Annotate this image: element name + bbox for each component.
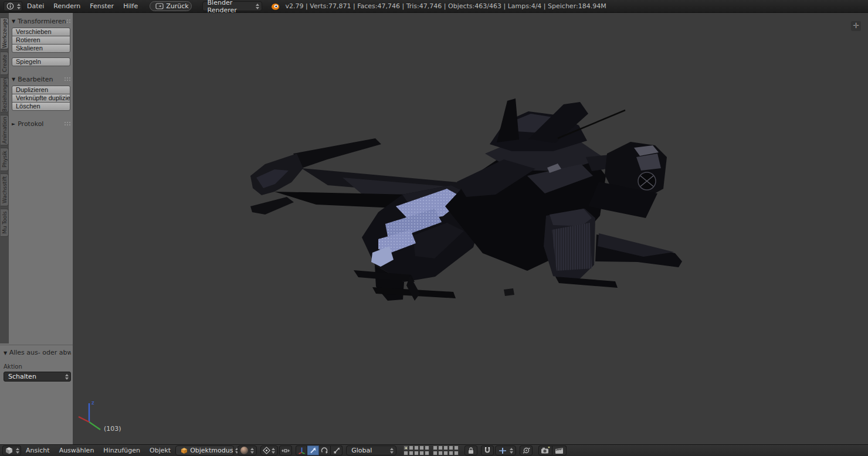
viewport-3d[interactable]: ✛ z (103) (73, 13, 868, 444)
clapperboard-icon (555, 447, 564, 454)
menu-objekt[interactable]: Objekt (145, 445, 175, 456)
menu-rendern[interactable]: Rendern (49, 0, 85, 13)
tool-shelf-tab-gutter: Werkzeuge Create Beziehungen Animation P… (0, 13, 9, 343)
scale-button[interactable]: Skalieren (12, 44, 70, 53)
layer-cell[interactable] (409, 451, 413, 455)
menu-auswaehlen[interactable]: Auswählen (55, 445, 99, 456)
delete-button[interactable]: Löschen (12, 102, 70, 111)
aktion-dropdown[interactable]: Schalten (4, 372, 71, 382)
object-mode-cube-icon (181, 446, 188, 455)
layer-cell[interactable] (414, 445, 419, 450)
layers-group-1[interactable] (404, 445, 429, 455)
layer-cell[interactable] (425, 451, 429, 455)
back-icon (155, 2, 164, 11)
scene-lock-toggle[interactable] (464, 445, 477, 455)
layer-cell[interactable] (433, 445, 438, 450)
pivot-align-toggle[interactable] (279, 445, 292, 455)
editor-type-button[interactable] (2, 445, 21, 455)
top-header: Datei Rendern Fenster Hilfe Zurück Blend… (0, 0, 868, 13)
layer-cell[interactable] (419, 451, 424, 455)
shading-dropdown-stepper[interactable] (250, 448, 254, 454)
panel-header-bearbeiten[interactable]: ▼ Bearbeiten (12, 74, 70, 84)
panel-drag-dots-icon[interactable] (64, 77, 70, 81)
layers-group-2[interactable] (433, 445, 459, 455)
editor-type-stepper[interactable] (16, 448, 19, 454)
snap-target-button[interactable] (520, 445, 533, 455)
shading-dropdown[interactable] (238, 445, 257, 455)
panel-drag-dots-icon[interactable] (64, 121, 70, 126)
opengl-render-animation-button[interactable] (552, 445, 567, 455)
layer-cell[interactable] (443, 451, 448, 455)
layer-cell[interactable] (443, 445, 448, 450)
panel-title: Transformieren (18, 18, 66, 25)
transform-button-group: Verschieben Rotieren Skalieren (12, 28, 70, 53)
panel-collapsed-icon: ► (12, 121, 15, 127)
snap-element-dropdown[interactable] (495, 445, 516, 455)
layer-cell[interactable] (433, 451, 438, 455)
pivot-dropdown[interactable] (260, 445, 278, 455)
operator-panel-header[interactable]: ▼ Alles aus- oder abwähle (4, 349, 71, 356)
edit-button-group: Duplizieren Verknüpfte duplizieren Lösch… (12, 86, 70, 111)
axis-mini-gizmo: z (73, 399, 108, 434)
operator-redo-panel: ▼ Alles aus- oder abwähle Aktion Schalte… (0, 345, 73, 382)
mode-dropdown[interactable]: Objektmodus (175, 445, 234, 455)
shelf-tab-physik[interactable]: Physik (1, 148, 9, 171)
mirror-button[interactable]: Spiegeln (12, 57, 70, 66)
layer-cell[interactable] (414, 451, 419, 455)
snap-toggle[interactable] (481, 445, 494, 455)
render-engine-dropdown[interactable]: Blender Renderer (202, 1, 262, 11)
layer-cell[interactable] (449, 445, 453, 450)
layer-cell[interactable] (409, 445, 413, 450)
layer-cell[interactable] (404, 445, 408, 450)
shelf-tab-mu-tools[interactable]: Mu Tools (1, 209, 9, 237)
rotate-button[interactable]: Rotieren (12, 36, 70, 45)
layer-cell[interactable] (404, 451, 408, 455)
panel-drag-dots-icon[interactable] (66, 19, 70, 23)
manipulator-enable-toggle[interactable] (296, 445, 307, 455)
pivot-center-icon (263, 447, 270, 454)
editor-type-stepper[interactable] (17, 4, 21, 9)
layer-cell[interactable] (449, 451, 453, 455)
pivot-dropdown-stepper[interactable] (272, 448, 275, 454)
layer-cell[interactable] (438, 445, 443, 450)
back-button[interactable]: Zurück (150, 1, 191, 11)
move-button[interactable]: Verschieben (12, 28, 70, 36)
operator-field-label: Aktion (4, 363, 71, 370)
layer-cell[interactable] (454, 451, 459, 455)
region-expand-button[interactable]: ✛ (851, 21, 861, 31)
axis-z-label: z (91, 400, 94, 406)
shelf-tab-animation[interactable]: Animation (1, 115, 9, 145)
snap-element-stepper[interactable] (510, 448, 513, 454)
mode-dropdown-value: Objektmodus (190, 447, 233, 454)
orientation-dropdown[interactable]: Global (346, 445, 396, 455)
shading-sphere-icon (240, 447, 248, 454)
editor-type-button[interactable] (4, 1, 22, 11)
frame-number-label: (103) (104, 425, 121, 433)
manipulator-translate-toggle[interactable] (307, 445, 319, 455)
opengl-render-image-button[interactable] (538, 445, 552, 455)
menu-hilfe[interactable]: Hilfe (118, 0, 143, 13)
orientation-dropdown-stepper[interactable] (390, 448, 394, 454)
duplicate-linked-button[interactable]: Verknüpfte duplizieren (12, 94, 70, 103)
layer-cell[interactable] (454, 445, 459, 450)
shelf-tab-create[interactable]: Create (1, 52, 9, 75)
snap-target-icon (521, 446, 531, 455)
pivot-align-icon (281, 446, 290, 455)
menu-hinzufuegen[interactable]: Hinzufügen (99, 445, 145, 456)
manipulator-rotate-toggle[interactable] (319, 445, 331, 455)
layer-cell[interactable] (425, 445, 429, 450)
manipulator-scale-toggle[interactable] (331, 445, 343, 455)
panel-header-transformieren[interactable]: ▼ Transformieren (12, 16, 70, 26)
layer-cell[interactable] (419, 445, 424, 450)
layer-cell[interactable] (438, 451, 443, 455)
shelf-tab-beziehungen[interactable]: Beziehungen (1, 77, 9, 113)
menu-datei[interactable]: Datei (22, 0, 49, 13)
panel-header-protokol[interactable]: ► Protokol (12, 119, 70, 128)
menu-fenster[interactable]: Fenster (85, 0, 118, 13)
shelf-tab-werkzeuge[interactable]: Werkzeuge (1, 18, 9, 49)
aktion-dropdown-stepper[interactable] (65, 374, 69, 380)
shelf-tab-wachsstift[interactable]: Wachsstift (1, 173, 9, 206)
menu-ansicht[interactable]: Ansicht (21, 445, 55, 456)
duplicate-button[interactable]: Duplizieren (12, 86, 70, 94)
render-engine-stepper[interactable] (256, 4, 259, 9)
